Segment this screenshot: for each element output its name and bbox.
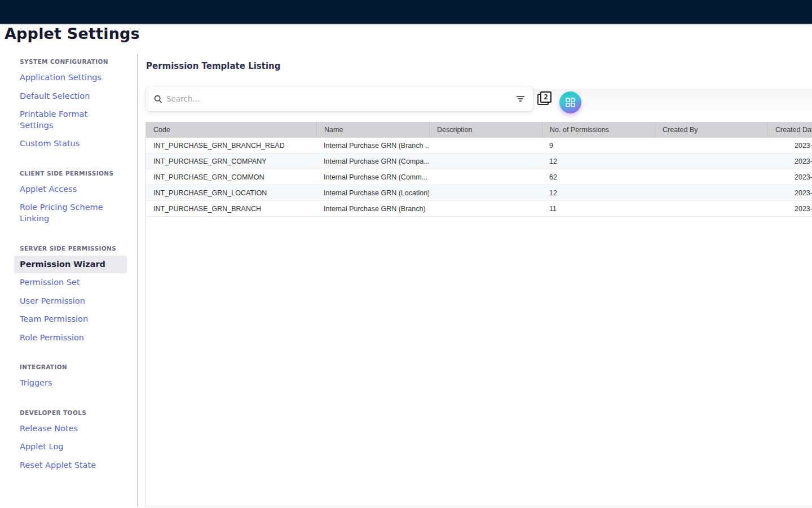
search-box[interactable]	[145, 86, 533, 112]
sidebar-item-triggers[interactable]: Triggers	[14, 374, 127, 392]
sidebar-item-team-permission[interactable]: Team Permission	[14, 310, 127, 329]
sidebar-item-default-selection[interactable]: Default Selection	[14, 87, 127, 106]
cell-created_by	[655, 138, 767, 153]
sidebar-item-application-settings[interactable]: Application Settings	[14, 69, 127, 87]
cell-created_date: 2023-0	[767, 138, 812, 153]
cell-no_of_permissions: 12	[542, 154, 655, 169]
cell-created_by	[655, 201, 767, 216]
cell-code: INT_PURCHASE_GRN_COMPANY	[146, 154, 316, 169]
cell-code: INT_PURCHASE_GRN_BRANCH	[146, 201, 316, 216]
cell-no_of_permissions: 62	[542, 169, 655, 185]
cell-description	[429, 169, 542, 185]
sidebar-item-release-notes[interactable]: Release Notes	[14, 420, 127, 438]
sidebar-item-permission-set[interactable]: Permission Set	[14, 274, 127, 292]
sidebar-item-role-pricing-scheme-linking[interactable]: Role Pricing Scheme Linking	[14, 199, 127, 227]
cell-description	[429, 185, 542, 200]
search-input[interactable]	[166, 94, 516, 103]
sidebar-section: CLIENT SIDE PERMISSIONSApplet AccessRole…	[0, 170, 137, 228]
sidebar-item-permission-wizard[interactable]: Permission Wizard	[14, 256, 127, 274]
top-navigation-bar	[0, 0, 812, 24]
grid-icon	[566, 98, 575, 107]
listing-heading: Permission Template Listing	[146, 61, 281, 71]
column-header-code[interactable]: Code	[146, 122, 316, 138]
table-row[interactable]: INT_PURCHASE_GRN_BRANCHInternal Purchase…	[146, 201, 812, 217]
cell-description	[429, 201, 542, 216]
sidebar-section: SYSTEM CONFIGURATIONApplication Settings…	[0, 58, 137, 153]
sidebar-section: SERVER SIDE PERMISSIONSPermission Wizard…	[0, 245, 137, 347]
sidebar-item-reset-applet-state[interactable]: Reset Applet State	[14, 457, 127, 475]
sidebar-section: INTEGRATIONTriggers	[0, 364, 137, 392]
permission-template-table: CodeNameDescriptionNo. of PermissionsCre…	[145, 122, 812, 506]
cell-created_date: 2023-0	[767, 169, 812, 185]
cell-no_of_permissions: 11	[542, 201, 655, 216]
cell-created_date: 2023-0	[767, 154, 812, 169]
grid-view-button[interactable]	[559, 91, 581, 113]
sidebar-section-label: DEVELOPER TOOLS	[0, 409, 137, 419]
cell-code: INT_PURCHASE_GRN_BRANCH_READ	[146, 138, 316, 153]
sidebar-item-role-permission[interactable]: Role Permission	[14, 329, 127, 347]
cell-no_of_permissions: 12	[542, 185, 655, 200]
table-row[interactable]: INT_PURCHASE_GRN_COMPANYInternal Purchas…	[146, 154, 812, 169]
table-body: INT_PURCHASE_GRN_BRANCH_READInternal Pur…	[146, 138, 812, 217]
cell-name: Internal Purchase GRN (Location)	[316, 185, 429, 200]
cell-created_by	[655, 154, 767, 169]
cell-description	[429, 154, 542, 169]
sidebar-section-label: CLIENT SIDE PERMISSIONS	[0, 170, 137, 180]
sidebar-item-applet-log[interactable]: Applet Log	[14, 438, 127, 456]
filter-icon[interactable]	[516, 95, 525, 102]
cell-code: INT_PURCHASE_GRN_LOCATION	[146, 185, 316, 200]
column-header-no-of-permissions[interactable]: No. of Permissions	[542, 122, 655, 138]
cell-description	[429, 138, 542, 153]
cell-name: Internal Purchase GRN (Comm...	[316, 169, 429, 185]
sidebar-section-label: SERVER SIDE PERMISSIONS	[0, 245, 137, 255]
cell-name: Internal Purchase GRN (Branch)	[316, 201, 429, 216]
sidebar-item-printable-format-settings[interactable]: Printable Format Settings	[14, 106, 127, 134]
table-row[interactable]: INT_PURCHASE_GRN_LOCATIONInternal Purcha…	[146, 185, 812, 201]
column-header-created-by[interactable]: Created By	[655, 122, 767, 138]
sidebar-item-custom-status[interactable]: Custom Status	[14, 135, 127, 153]
cell-code: INT_PURCHASE_GRN_COMMON	[146, 169, 316, 185]
sidebar-item-applet-access[interactable]: Applet Access	[14, 181, 127, 199]
sidebar-section-label: SYSTEM CONFIGURATION	[0, 58, 137, 68]
cell-created_by	[655, 169, 767, 185]
table-row[interactable]: INT_PURCHASE_GRN_COMMONInternal Purchase…	[146, 169, 812, 185]
cell-created_date: 2023-0	[767, 201, 812, 216]
sidebar-section: DEVELOPER TOOLSRelease NotesApplet LogRe…	[0, 409, 137, 475]
cell-no_of_permissions: 9	[542, 138, 655, 153]
cell-name: Internal Purchase GRN (Branch ...	[316, 138, 429, 153]
pages-icon: 2	[540, 91, 551, 103]
column-header-description[interactable]: Description	[429, 122, 542, 138]
cell-name: Internal Purchase GRN (Compa...	[316, 154, 429, 169]
table-header-row: CodeNameDescriptionNo. of PermissionsCre…	[146, 122, 812, 138]
sidebar: SYSTEM CONFIGURATIONApplication Settings…	[0, 54, 138, 507]
cell-created_date: 2023-0	[767, 185, 812, 200]
sidebar-item-user-permission[interactable]: User Permission	[14, 292, 127, 310]
sidebar-section-label: INTEGRATION	[0, 364, 137, 374]
page-title: Applet Settings	[5, 25, 140, 42]
pages-count-button[interactable]: 2	[536, 90, 553, 107]
sidebar-sections: SYSTEM CONFIGURATIONApplication Settings…	[0, 58, 137, 475]
search-icon	[154, 95, 162, 103]
column-header-created-date[interactable]: Created Date	[767, 122, 812, 138]
table-row[interactable]: INT_PURCHASE_GRN_BRANCH_READInternal Pur…	[146, 138, 812, 154]
pages-badge: 2	[544, 93, 548, 101]
cell-created_by	[655, 185, 767, 200]
column-header-name[interactable]: Name	[316, 122, 429, 138]
